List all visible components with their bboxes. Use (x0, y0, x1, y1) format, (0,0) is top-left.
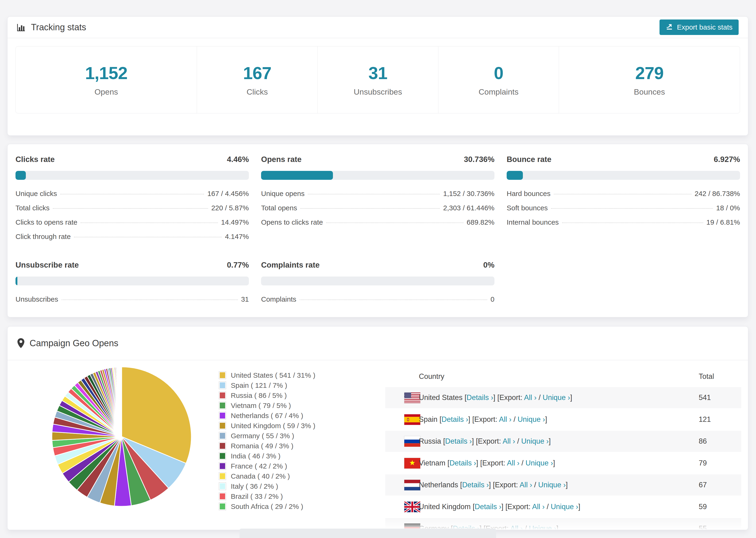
total-cell: 67 (699, 481, 707, 489)
punctuation: ] (578, 503, 580, 511)
rate-detail-row-soft-bounces: Soft bounces18 / 0% (507, 204, 740, 212)
flag-nl-icon (395, 480, 411, 491)
export-all-link[interactable]: All › (532, 503, 544, 511)
details-link[interactable]: Details › (445, 437, 472, 445)
map-pin-icon (17, 338, 25, 349)
dotted-leader (81, 223, 218, 223)
rate-detail-label: Unique opens (261, 190, 304, 198)
rate-detail-value: 167 / 4.456% (207, 190, 249, 198)
legend-item-vietnam: Vietnam ( 79 / 5% ) (219, 401, 315, 410)
geo-table-row-spain: Spain [Details ›] [Export: All › / Uniqu… (385, 409, 741, 430)
campaign-geo-opens-card: Campaign Geo Opens United States ( 541 /… (7, 326, 748, 530)
details-link[interactable]: Details › (475, 503, 502, 511)
legend-item-canada: Canada ( 40 / 2% ) (219, 471, 315, 481)
progress-bar-fill (16, 171, 26, 180)
export-unique-link[interactable]: Unique › (543, 394, 570, 402)
tracking-stats-header: Tracking stats Export basic stats (8, 17, 748, 38)
export-label: Export: (507, 503, 530, 511)
tracking-stats-card: Tracking stats Export basic stats 1,152O… (7, 17, 748, 136)
export-unique-link[interactable]: Unique › (538, 481, 566, 489)
country-name: Vietnam (419, 459, 445, 467)
country-name: United States (419, 394, 462, 402)
rate-value: 0.77% (227, 260, 249, 269)
rate-value: 4.46% (227, 155, 249, 164)
dotted-leader (554, 194, 691, 194)
rate-detail-row-unique-opens: Unique opens1,152 / 30.736% (261, 190, 495, 198)
details-link[interactable]: Details › (466, 394, 493, 402)
stat-value: 279 (635, 63, 664, 83)
punctuation: [ (458, 481, 462, 489)
rate-detail-label: Soft bounces (507, 204, 548, 212)
export-label: Export: (495, 481, 518, 489)
rate-detail-label: Total opens (261, 204, 297, 212)
punctuation: / (523, 524, 529, 530)
punctuation: [ (437, 415, 441, 423)
stat-value: 167 (243, 63, 271, 83)
export-label: Export: (478, 437, 501, 445)
stat-value: 31 (368, 63, 387, 83)
export-unique-link[interactable]: Unique › (517, 415, 545, 423)
total-cell: 541 (699, 394, 711, 402)
legend-label: Romania ( 49 / 3% ) (231, 442, 294, 450)
rate-detail-label: Unique clicks (16, 190, 57, 198)
punctuation: ] [ (476, 459, 482, 467)
rate-section-complaints-rate: Complaints rate0%Complaints0 (261, 260, 495, 310)
legend-label: Spain ( 121 / 7% ) (231, 381, 287, 389)
punctuation (522, 394, 524, 402)
legend-swatch (219, 392, 226, 399)
total-cell: 79 (699, 459, 707, 467)
legend-item-italy: Italy ( 36 / 2% ) (219, 481, 315, 491)
stat-label: Opens (94, 87, 118, 96)
export-basic-stats-button[interactable]: Export basic stats (660, 20, 739, 35)
dotted-leader (562, 223, 703, 223)
export-button-label: Export basic stats (677, 23, 732, 31)
export-all-link[interactable]: All › (510, 524, 523, 530)
details-link[interactable]: Details › (442, 415, 468, 423)
rate-detail-value: 220 / 5.87% (211, 204, 249, 212)
export-all-link[interactable]: All › (503, 437, 515, 445)
rate-detail-value: 18 / 0% (716, 204, 740, 212)
rate-detail-row-unsubscribes: Unsubscribes31 (16, 295, 249, 303)
export-all-link[interactable]: All › (507, 459, 519, 467)
export-all-link[interactable]: All › (519, 481, 532, 489)
geo-table-row-united-kingdom: United Kingdom [Details ›] [Export: All … (385, 496, 741, 517)
legend-item-india: India ( 46 / 3% ) (219, 451, 315, 461)
export-label: Export: (499, 394, 522, 402)
export-all-link[interactable]: All › (524, 394, 536, 402)
geo-legend: United States ( 541 / 31% )Spain ( 121 /… (219, 370, 315, 511)
legend-swatch (219, 402, 226, 409)
dotted-leader (300, 208, 440, 209)
details-link[interactable]: Details › (449, 459, 476, 467)
column-header-total: Total (699, 372, 714, 381)
stat-label: Bounces (634, 87, 665, 96)
rates-card: Clicks rate4.46%Unique clicks167 / 4.456… (7, 144, 748, 317)
geo-table-row-united-states: United States [Details ›] [Export: All ›… (385, 387, 741, 408)
column-header-country: Country (419, 372, 445, 381)
export-unique-link[interactable]: Unique › (551, 503, 578, 511)
rate-title: Complaints rate (261, 260, 320, 269)
export-unique-link[interactable]: Unique › (525, 459, 553, 467)
rate-detail-value: 689.82% (467, 218, 495, 226)
country-name: Russia (419, 437, 441, 445)
export-unique-link[interactable]: Unique › (521, 437, 549, 445)
tracking-stats-title: Tracking stats (31, 22, 86, 32)
dotted-leader (299, 299, 487, 300)
rate-detail-value: 14.497% (221, 218, 249, 226)
export-unique-link[interactable]: Unique › (529, 524, 557, 530)
details-link[interactable]: Details › (462, 481, 489, 489)
total-cell: 121 (699, 415, 711, 424)
rate-detail-value: 19 / 6.81% (706, 218, 740, 226)
export-all-link[interactable]: All › (499, 415, 512, 423)
legend-swatch (219, 462, 226, 470)
rate-detail-label: Opens to clicks rate (261, 218, 323, 226)
legend-label: South Africa ( 29 / 2% ) (231, 503, 303, 511)
legend-item-spain: Spain ( 121 / 7% ) (219, 380, 315, 390)
rate-title: Bounce rate (507, 155, 552, 164)
rate-title: Clicks rate (16, 155, 55, 164)
legend-label: Germany ( 55 / 3% ) (231, 432, 294, 440)
legend-item-france: France ( 42 / 2% ) (219, 461, 315, 471)
punctuation: ] [ (489, 481, 495, 489)
flag-es-icon (395, 414, 411, 425)
country-cell: United Kingdom [Details ›] [Export: All … (419, 503, 580, 511)
export-label: Export: (482, 459, 505, 467)
